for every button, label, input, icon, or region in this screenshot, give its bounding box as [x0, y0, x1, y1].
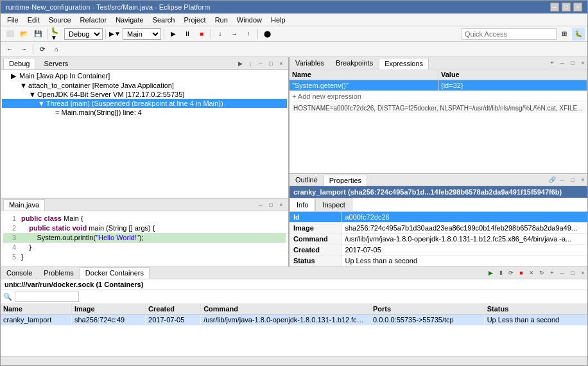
- tab-console[interactable]: Console: [1, 267, 38, 279]
- expr-value-0: {id=32}: [438, 80, 587, 91]
- tab-main-java[interactable]: Main.java: [3, 199, 45, 211]
- menu-navigate[interactable]: Navigate: [112, 15, 147, 25]
- home-btn[interactable]: ⌂: [50, 43, 63, 56]
- tab-breakpoints[interactable]: Breakpoints: [330, 57, 379, 69]
- props-minimize-btn[interactable]: ─: [558, 175, 567, 184]
- expand-arrow-1: ▼: [20, 82, 26, 89]
- menu-edit[interactable]: Edit: [24, 15, 44, 25]
- prop-val-created: 2017-07-05: [341, 245, 587, 256]
- step-over-btn[interactable]: →: [228, 28, 241, 40]
- tab-servers[interactable]: Servers: [38, 58, 74, 69]
- tab-properties[interactable]: Properties: [324, 175, 367, 186]
- prop-row-image[interactable]: Image sha256:724c495a7b1d30aad23ea86c199…: [290, 223, 587, 234]
- prop-row-created[interactable]: Created 2017-07-05: [290, 245, 587, 256]
- docker-pause-btn[interactable]: ⏸: [496, 268, 505, 277]
- stop-btn[interactable]: ■: [195, 28, 208, 40]
- step-into-btn[interactable]: ↓: [214, 28, 227, 40]
- docker-maximize-btn[interactable]: □: [568, 268, 577, 277]
- close-button[interactable]: ×: [573, 3, 582, 12]
- perspective-debug-btn[interactable]: 🐛: [572, 28, 585, 40]
- suspend-btn[interactable]: ⏸: [181, 28, 194, 40]
- step-return-btn[interactable]: ↑: [242, 28, 255, 40]
- open-button[interactable]: 📂: [17, 28, 30, 40]
- docker-add-btn[interactable]: +: [548, 268, 557, 277]
- menu-source[interactable]: Source: [45, 15, 75, 25]
- debug-resume-btn[interactable]: ▶: [236, 59, 245, 68]
- menu-run[interactable]: Run: [211, 15, 232, 25]
- editor-close-btn[interactable]: ×: [277, 200, 286, 209]
- code-line-2: 2 public static void main (String [] arg…: [3, 223, 286, 233]
- docker-close-btn[interactable]: ×: [578, 268, 587, 277]
- prop-row-id[interactable]: Id a000fc72dc26: [290, 212, 587, 223]
- perspective-btn[interactable]: ⊞: [558, 28, 571, 40]
- docker-stop-btn[interactable]: ■: [517, 268, 526, 277]
- props-link-btn[interactable]: 🔗: [548, 175, 557, 184]
- tree-item-0[interactable]: ▶ Main [Java App In Container]: [2, 71, 287, 81]
- menu-window[interactable]: Window: [233, 15, 266, 25]
- run-dropdown-btn[interactable]: ▶▼: [108, 28, 121, 40]
- props-maximize-btn[interactable]: □: [568, 175, 577, 184]
- tree-item-4[interactable]: = Main.main(String[]) line: 4: [2, 108, 287, 117]
- prop-row-status[interactable]: Status Up Less than a second: [290, 256, 587, 266]
- menu-refactor[interactable]: Refactor: [76, 15, 111, 25]
- vars-close-btn[interactable]: ×: [578, 58, 587, 67]
- save-button[interactable]: 💾: [31, 28, 44, 40]
- docker-table-header: Name Image Created Command Ports Status: [1, 304, 587, 315]
- debug-dropdown-btn[interactable]: 🐛▼: [50, 28, 63, 40]
- expand-arrow-2: ▼: [29, 91, 35, 98]
- docker-content: unix:///var/run/docker.sock (1 Container…: [1, 279, 587, 356]
- docker-row-0[interactable]: cranky_lamport sha256:724c:49 2017-07-05…: [1, 315, 587, 326]
- tab-info[interactable]: Info: [290, 198, 315, 211]
- tab-variables[interactable]: Variables: [290, 57, 330, 69]
- quick-access-input[interactable]: [462, 28, 557, 40]
- docker-refresh-btn[interactable]: ↻: [537, 268, 546, 277]
- debug-config-dropdown[interactable]: Debug: [64, 28, 103, 40]
- prop-key-created: Created: [290, 245, 341, 256]
- tab-inspect[interactable]: Inspect: [315, 198, 352, 211]
- toolbar-main: ⬜ 📂 💾 🐛▼ Debug ▶▼ Main ▶ ⏸ ■ ↓ → ↑ ⬤ ⊞ 🐛: [1, 26, 587, 42]
- editor-maximize-btn[interactable]: □: [266, 200, 275, 209]
- tab-expressions[interactable]: Expressions: [379, 58, 429, 69]
- code-line-1: 1 public class Main {: [3, 214, 286, 223]
- vars-minimize-btn[interactable]: ─: [558, 58, 567, 67]
- minimize-button[interactable]: ─: [550, 3, 559, 12]
- back-btn[interactable]: ←: [3, 43, 16, 56]
- prop-key-id: Id: [290, 212, 341, 223]
- vars-maximize-btn[interactable]: □: [568, 58, 577, 67]
- tab-debug[interactable]: Debug: [3, 58, 35, 69]
- docker-run-btn[interactable]: ▶: [486, 268, 495, 277]
- docker-kill-btn[interactable]: ✕: [527, 268, 536, 277]
- docker-restart-btn[interactable]: ⟳: [506, 268, 515, 277]
- refresh-btn[interactable]: ⟳: [36, 43, 49, 56]
- docker-minimize-btn[interactable]: ─: [558, 268, 567, 277]
- props-content: cranky_lamport (sha256:724c495a7b1d...14…: [290, 186, 587, 266]
- editor-minimize-btn[interactable]: ─: [256, 200, 265, 209]
- debug-close-btn[interactable]: ×: [277, 59, 286, 68]
- props-close-btn[interactable]: ×: [578, 175, 587, 184]
- tab-problems[interactable]: Problems: [38, 267, 79, 279]
- debug-maximize-btn[interactable]: □: [266, 59, 275, 68]
- menu-file[interactable]: File: [3, 15, 22, 25]
- menu-help[interactable]: Help: [267, 15, 290, 25]
- toggle-breakpoint-btn[interactable]: ⬤: [261, 28, 273, 40]
- menu-project[interactable]: Project: [180, 15, 209, 25]
- code-editor[interactable]: 1 public class Main { 2 public static vo…: [1, 211, 288, 266]
- add-expression-link[interactable]: + Add new expression: [290, 91, 587, 101]
- new-button[interactable]: ⬜: [3, 28, 16, 40]
- debug-minimize-btn[interactable]: ─: [256, 59, 265, 68]
- tab-outline[interactable]: Outline: [290, 174, 324, 186]
- maximize-button[interactable]: □: [562, 3, 571, 12]
- expr-row-0[interactable]: "System.getenv()" {id=32}: [290, 80, 587, 91]
- run-config-dropdown[interactable]: Main: [123, 28, 161, 40]
- prop-row-command[interactable]: Command /usr/lib/jvm/java-1.8.0-openjdk-…: [290, 234, 587, 245]
- tree-item-3[interactable]: ▼ Thread [main] (Suspended (breakpoint a…: [2, 99, 287, 108]
- debug-step-btn[interactable]: ↓: [246, 59, 255, 68]
- vars-add-btn[interactable]: +: [548, 58, 557, 67]
- tree-item-2[interactable]: ▼ OpenJDK 64-Bit Server VM [172.17.0.2:5…: [2, 90, 287, 99]
- menu-search[interactable]: Search: [149, 15, 179, 25]
- docker-search-input[interactable]: [15, 292, 79, 302]
- tree-item-1[interactable]: ▼ attach_to_container [Remote Java Appli…: [2, 81, 287, 90]
- resume-btn[interactable]: ▶: [167, 28, 180, 40]
- tab-docker-containers[interactable]: Docker Containers: [80, 267, 150, 279]
- forward-btn[interactable]: →: [17, 43, 30, 56]
